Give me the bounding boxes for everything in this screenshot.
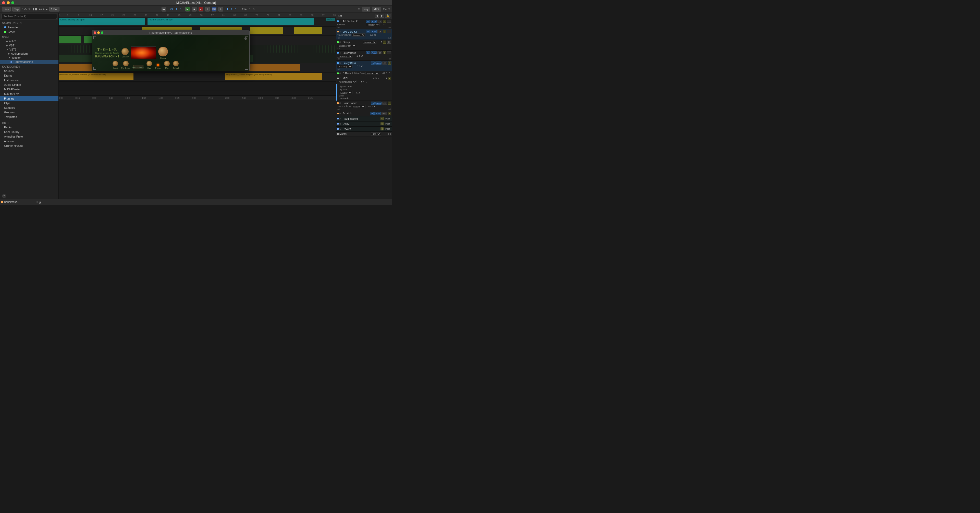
sidebar-item-clips[interactable]: Clips <box>0 101 59 105</box>
sidebar-item-audiomodern[interactable]: ▶ Audiomodern <box>0 51 59 56</box>
track2-c[interactable] <box>387 30 391 33</box>
sidebar-item-green[interactable]: Green <box>0 30 59 34</box>
track8-route[interactable]: Master <box>352 105 366 108</box>
track4-auto2[interactable]: Auto <box>371 51 377 54</box>
record-button[interactable]: ● <box>199 7 203 11</box>
sidebar-item-instrumente[interactable]: Instrumente <box>0 78 59 83</box>
bottom-config-btn[interactable] <box>36 201 38 203</box>
track1-off[interactable]: Off <box>377 20 382 23</box>
sidebar-item-templates[interactable]: Templates <box>0 115 59 119</box>
track5-auto[interactable]: In <box>371 62 375 65</box>
track9-rec[interactable]: Rec <box>382 112 387 115</box>
track8-auto[interactable]: In <box>371 102 375 105</box>
sidebar-item-plug-ins[interactable]: Plug-ins <box>0 96 59 101</box>
track3-route[interactable]: Master <box>363 41 376 44</box>
mixer-lock-btn[interactable]: 🔒 <box>385 14 390 18</box>
track9-s[interactable]: S <box>388 112 391 115</box>
track8-s[interactable]: S <box>388 102 391 105</box>
return-c-s[interactable]: S <box>380 127 383 131</box>
close-button[interactable] <box>2 1 5 4</box>
power-led[interactable] <box>157 64 159 66</box>
resize-handle-bl[interactable] <box>93 67 96 70</box>
plugin-close-btn[interactable] <box>94 31 96 34</box>
help-button[interactable]: ? <box>2 194 6 198</box>
track4-route[interactable]: 3-Group <box>337 55 352 58</box>
bars-button[interactable]: 1 Bar <box>49 7 59 11</box>
prev-button[interactable]: ⏮ <box>162 7 166 11</box>
sidebar-item-user-library[interactable]: User Library <box>0 130 59 134</box>
add-button[interactable]: + <box>205 7 210 11</box>
track5-off[interactable]: Off <box>382 62 387 65</box>
play-button[interactable]: ▶ <box>185 7 190 11</box>
track2-off[interactable]: Off <box>377 30 382 33</box>
clip-yellow-3[interactable] <box>250 27 283 34</box>
sidebar-item-raummaschine[interactable]: ▣ Raummaschine <box>0 60 59 64</box>
return-a-s[interactable]: S <box>380 117 383 120</box>
sidebar-item-aktuelles-projekt[interactable]: Aktuelles Proje <box>0 134 59 139</box>
resize-handle-tr[interactable] <box>245 36 248 39</box>
sidebar-item-ableton[interactable]: Ableton <box>0 139 59 143</box>
capture-button[interactable]: ⌨ <box>212 7 216 11</box>
bottom-close-btn[interactable]: ✕ <box>39 201 41 203</box>
link-button[interactable]: Link <box>2 7 11 11</box>
track4-s[interactable]: S <box>383 51 386 54</box>
density-knob[interactable] <box>121 48 129 55</box>
track1-auto2[interactable]: Auto <box>371 20 377 23</box>
track7-route[interactable]: All Channels <box>337 80 357 83</box>
pre-delay-knob[interactable] <box>123 61 129 66</box>
sidebar-item-samples[interactable]: Samples <box>0 105 59 110</box>
tracks-area[interactable]: Techno Steady 133 bpm Techno Steady 133 … <box>59 18 336 199</box>
track2-auto[interactable]: In <box>366 30 370 33</box>
return-b-s[interactable]: S <box>380 122 383 125</box>
clip-yellow-4[interactable] <box>294 27 322 34</box>
key-button[interactable]: Key <box>362 7 370 11</box>
clip-scratch-1[interactable]: ytmp3free.cc_scratch-acapella-youtubemp3… <box>59 73 134 80</box>
resize-handle-br[interactable] <box>245 67 248 70</box>
clip-scratch-2[interactable]: ytmp3free.cc_scratch-acapella-youtubemp3… <box>225 73 322 80</box>
sidebar-item-grooves[interactable]: Grooves <box>0 110 59 115</box>
track2-s[interactable]: S <box>383 30 386 33</box>
track8-auto2[interactable]: Auto <box>375 102 382 105</box>
input-knob[interactable] <box>113 61 118 66</box>
clip-green-1[interactable] <box>59 36 81 43</box>
track1-s[interactable]: S <box>383 20 386 23</box>
sidebar-item-drums[interactable]: Drums <box>0 73 59 78</box>
clip-techno-steady-2[interactable]: Techno Steady 133 bpm <box>148 18 314 25</box>
maximize-button[interactable] <box>11 1 14 4</box>
track3-s[interactable]: S <box>383 41 386 44</box>
stop-button[interactable]: ■ <box>192 7 197 11</box>
plugin-max-btn[interactable] <box>101 31 103 34</box>
search-input[interactable] <box>2 14 57 19</box>
sidebar-item-ordner[interactable]: Ordner hinzufü <box>0 143 59 148</box>
track6-route[interactable]: Master <box>366 72 379 75</box>
clip-techno-steady-1[interactable]: Techno Steady 133 bpm <box>59 18 145 25</box>
track4-off[interactable]: Off <box>377 51 382 54</box>
sidebar-item-max-for-live[interactable]: Max for Live <box>0 92 59 96</box>
sidebar-item-midi-effekte[interactable]: MIDI-Effekte <box>0 87 59 92</box>
track4-auto[interactable]: In <box>366 51 370 54</box>
track9-auto2[interactable]: Auto <box>374 112 380 115</box>
bypass-button[interactable]: Bypass/Mute <box>133 65 143 69</box>
sidebar-item-sounds[interactable]: Sounds <box>0 69 59 73</box>
light-echoes-route[interactable]: Master <box>339 91 352 94</box>
track5-auto2[interactable]: Auto <box>375 62 382 65</box>
track2-route[interactable]: Master <box>352 33 366 37</box>
resize-handle-tl[interactable] <box>93 36 96 39</box>
metro-btn[interactable]: ● <box>46 8 48 11</box>
track2-auto2[interactable]: Auto <box>371 30 377 33</box>
sidebar-item-packs[interactable]: Packs <box>0 125 59 130</box>
loop-button[interactable]: ⟳ <box>218 7 223 11</box>
output-knob[interactable] <box>173 61 179 66</box>
track9-auto[interactable]: In <box>370 112 374 115</box>
mixer-next-btn[interactable]: ▶ <box>380 14 384 18</box>
track1-route[interactable]: Master <box>366 23 380 26</box>
minimize-button[interactable] <box>6 1 10 4</box>
track8-off[interactable]: Off <box>382 102 387 105</box>
sidebar-item-vst[interactable]: ▶ VST <box>0 43 59 48</box>
size-knob[interactable] <box>146 61 152 66</box>
track3-speaker-on[interactable]: Speaker On <box>337 44 356 47</box>
track4-c[interactable] <box>387 51 391 54</box>
track1-mute[interactable] <box>387 20 391 23</box>
sidebar-item-auv2[interactable]: ▶ AUv2 <box>0 39 59 43</box>
track5-s[interactable]: S <box>388 62 391 65</box>
